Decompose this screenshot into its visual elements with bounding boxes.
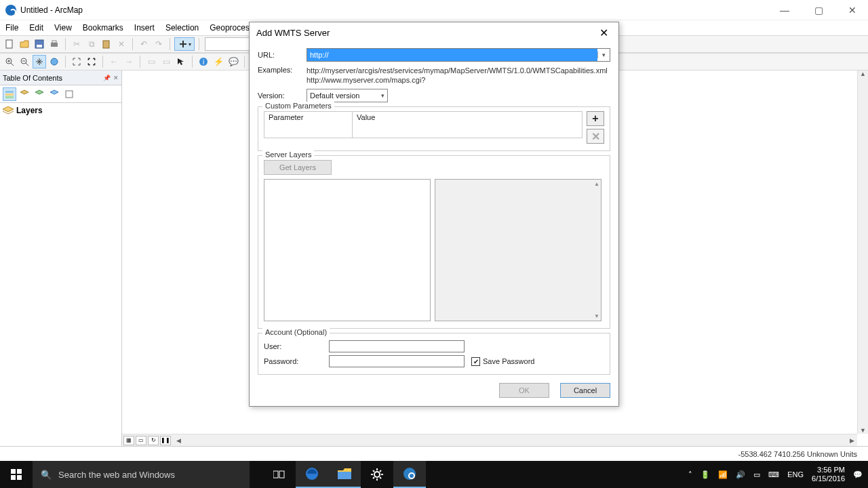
layers-list-pane[interactable] <box>264 179 431 321</box>
task-view-icon[interactable] <box>263 461 296 488</box>
dialog-close-button[interactable]: ✕ <box>595 26 612 39</box>
start-button[interactable] <box>0 461 33 488</box>
arcmap-task-icon[interactable] <box>393 461 426 488</box>
pin-icon[interactable]: 📌 <box>103 75 111 81</box>
svg-rect-23 <box>17 469 22 474</box>
taskbar-apps <box>263 461 426 488</box>
add-data-button[interactable]: ▾ <box>174 37 195 51</box>
add-parameter-button[interactable]: + <box>587 111 604 126</box>
svg-rect-29 <box>338 472 351 479</box>
parameters-table[interactable]: Parameter Value <box>264 111 583 138</box>
save-password-label: Save Password <box>483 357 534 365</box>
undo-icon[interactable]: ↶ <box>137 37 151 51</box>
svg-rect-18 <box>5 91 14 93</box>
svg-text:i: i <box>203 58 204 66</box>
wifi-icon[interactable]: 📶 <box>718 470 728 479</box>
version-combo[interactable]: Default version ▾ <box>307 89 388 102</box>
svg-rect-4 <box>52 41 56 43</box>
menu-selection[interactable]: Selection <box>165 23 199 33</box>
input-icon[interactable]: ▭ <box>753 470 760 479</box>
redo-icon[interactable]: ↷ <box>152 37 165 51</box>
get-layers-button[interactable]: Get Layers <box>264 160 332 175</box>
save-icon[interactable] <box>33 37 46 51</box>
select-features-icon[interactable]: ▭ <box>144 55 158 68</box>
paste-icon[interactable] <box>100 37 113 51</box>
svg-rect-20 <box>5 96 14 98</box>
clock[interactable]: 3:56 PM 6/15/2016 <box>812 466 845 483</box>
layer-details-pane[interactable] <box>435 179 601 321</box>
copy-icon[interactable]: ⧉ <box>85 37 98 51</box>
scroll-left-icon[interactable]: ◀ <box>176 437 181 444</box>
cut-icon[interactable]: ✂ <box>70 37 83 51</box>
list-by-drawing-order-icon[interactable] <box>3 87 16 101</box>
remove-parameter-button[interactable]: ✕ <box>587 129 604 144</box>
toc-close-icon[interactable]: ✕ <box>113 75 119 81</box>
battery-icon[interactable]: 🔋 <box>701 470 710 479</box>
menu-view[interactable]: View <box>54 23 72 33</box>
html-popup-icon[interactable]: 💬 <box>226 55 240 68</box>
delete-icon[interactable]: ✕ <box>115 37 128 51</box>
print-icon[interactable] <box>47 37 61 51</box>
volume-icon[interactable]: 🔊 <box>736 470 745 479</box>
layers-node[interactable]: Layers <box>3 106 119 115</box>
full-extent-icon[interactable] <box>47 55 61 68</box>
password-input[interactable] <box>329 355 465 367</box>
svg-rect-25 <box>17 475 22 480</box>
vertical-scrollbar[interactable] <box>857 70 868 434</box>
identify-icon[interactable]: i <box>197 55 210 68</box>
zoom-in-icon[interactable] <box>3 55 16 68</box>
url-combo[interactable]: http:// ▾ <box>307 48 610 62</box>
pan-icon[interactable] <box>33 55 46 68</box>
scroll-right-icon[interactable]: ▶ <box>850 437 854 444</box>
menu-edit[interactable]: Edit <box>29 23 43 33</box>
minimize-button[interactable]: — <box>774 5 795 15</box>
menu-insert[interactable]: Insert <box>134 23 155 33</box>
close-button[interactable]: ✕ <box>842 5 863 15</box>
clear-selection-icon[interactable]: ▭ <box>159 55 173 68</box>
url-label: URL: <box>258 51 307 59</box>
server-layers-group: Server Layers Get Layers <box>258 155 610 329</box>
action-center-icon[interactable]: 💬 <box>853 470 863 479</box>
zoom-out-icon[interactable] <box>18 55 31 68</box>
svg-rect-0 <box>6 40 12 48</box>
examples-text: http://myserver/arcgis/rest/services/mym… <box>307 66 608 85</box>
list-by-visibility-icon[interactable] <box>33 87 46 101</box>
system-tray: ˄ 🔋 📶 🔊 ▭ ⌨ ENG 3:56 PM 6/15/2016 💬 <box>683 466 868 483</box>
layout-view-tab[interactable]: ▭ <box>136 436 146 445</box>
save-password-checkbox[interactable]: ✔ Save Password <box>471 357 534 366</box>
list-by-selection-icon[interactable] <box>47 87 61 101</box>
hyperlink-icon[interactable]: ⚡ <box>212 55 225 68</box>
menu-bookmarks[interactable]: Bookmarks <box>83 23 123 33</box>
edge-icon[interactable] <box>296 461 328 488</box>
select-elements-icon[interactable] <box>174 55 188 68</box>
clock-date: 6/15/2016 <box>812 474 845 483</box>
svg-rect-26 <box>273 471 278 478</box>
svg-line-11 <box>26 63 28 66</box>
back-icon[interactable]: ← <box>107 55 121 68</box>
settings-icon[interactable] <box>361 461 393 488</box>
language-indicator[interactable]: ENG <box>787 470 804 479</box>
cancel-button[interactable]: Cancel <box>560 383 610 398</box>
fixed-zoom-in-icon[interactable] <box>70 55 83 68</box>
pause-icon[interactable]: ❚❚ <box>160 436 171 445</box>
maximize-button[interactable]: ▢ <box>808 5 829 15</box>
chevron-down-icon: ▾ <box>381 92 384 99</box>
keyboard-icon[interactable]: ⌨ <box>768 470 779 479</box>
tray-chevron-icon[interactable]: ˄ <box>688 470 692 479</box>
taskbar-search[interactable]: 🔍 Search the web and Windows <box>33 461 250 488</box>
forward-icon[interactable]: → <box>122 55 136 68</box>
file-explorer-icon[interactable] <box>328 461 361 488</box>
chevron-down-icon[interactable]: ▾ <box>597 52 610 58</box>
fixed-zoom-out-icon[interactable] <box>85 55 98 68</box>
new-icon[interactable] <box>3 37 16 51</box>
user-input[interactable] <box>329 340 465 352</box>
options-icon[interactable] <box>62 87 76 101</box>
svg-rect-21 <box>66 91 73 98</box>
data-view-tab[interactable]: ▦ <box>123 436 134 445</box>
dialog-title: Add WMTS Server <box>256 28 330 38</box>
refresh-icon[interactable]: ↻ <box>148 436 159 445</box>
menu-file[interactable]: File <box>5 23 18 33</box>
open-icon[interactable] <box>18 37 31 51</box>
ok-button[interactable]: OK <box>499 383 549 398</box>
list-by-source-icon[interactable] <box>18 87 31 101</box>
